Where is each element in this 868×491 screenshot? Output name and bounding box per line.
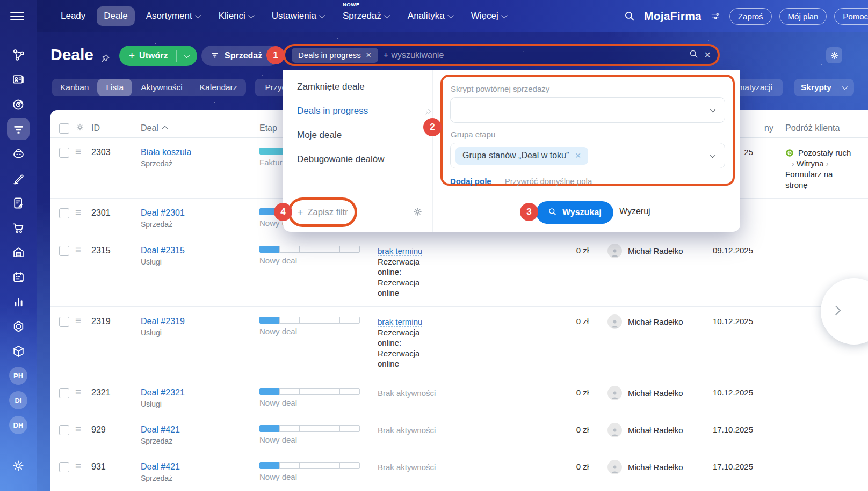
- responsible-person[interactable]: Michał Radełko: [628, 426, 683, 435]
- deal-title-link[interactable]: Deal #2301: [141, 208, 259, 218]
- tab-skrypty[interactable]: Skrypty: [794, 79, 854, 96]
- row-checkbox[interactable]: [59, 462, 69, 472]
- nav-item-deale[interactable]: Deale: [97, 6, 134, 26]
- avatar[interactable]: [607, 460, 622, 474]
- resale-script-select[interactable]: [450, 97, 725, 123]
- search-icon[interactable]: [689, 49, 699, 61]
- row-checkbox[interactable]: [59, 388, 69, 398]
- row-checkbox[interactable]: [59, 317, 69, 327]
- filter-preset-zamknięte-deale[interactable]: Zamknięte deale: [297, 82, 385, 92]
- save-filter-button[interactable]: + Zapisz filtr: [288, 197, 357, 227]
- nav-pill-mój-plan[interactable]: Mój plan: [779, 8, 827, 25]
- row-menu-icon[interactable]: ≡: [74, 146, 81, 157]
- add-field-link[interactable]: Dodaj pole: [450, 177, 491, 186]
- row-menu-icon[interactable]: ≡: [74, 315, 81, 326]
- pin-icon[interactable]: [100, 49, 111, 60]
- preset-pin-icon[interactable]: [424, 108, 432, 116]
- row-checkbox[interactable]: [59, 208, 69, 218]
- sidebar-item-calendar-icon[interactable]: [6, 265, 31, 289]
- column-settings-gear-icon[interactable]: [75, 124, 85, 134]
- tab-lista[interactable]: Lista: [97, 79, 132, 96]
- sidebar-item-contact-card-icon[interactable]: [6, 67, 31, 92]
- responsible-person[interactable]: Michał Radełko: [628, 389, 683, 398]
- stage-progress-bar[interactable]: [259, 425, 360, 432]
- stage-group-chip[interactable]: Grupa stanów „Deal w toku” ✕: [455, 147, 588, 165]
- nav-pill-zaproś[interactable]: Zaproś: [729, 8, 772, 25]
- company-name[interactable]: MojaFirma: [644, 10, 701, 23]
- view-settings-gear-button[interactable]: [826, 47, 842, 63]
- sidebar-item-bar-chart-icon[interactable]: [6, 289, 31, 314]
- search-input[interactable]: + wyszukiwanie: [384, 50, 444, 60]
- filter-chip[interactable]: Deals in progress ✕: [292, 48, 378, 63]
- hamburger-menu-icon[interactable]: [10, 12, 25, 21]
- deal-title-link[interactable]: Deal #421: [141, 425, 259, 435]
- row-menu-icon[interactable]: ≡: [74, 244, 81, 255]
- filter-search-bar[interactable]: Deals in progress ✕ + wyszukiwanie ✕: [283, 44, 720, 66]
- sidebar-settings-gear-icon[interactable]: [0, 458, 37, 473]
- chip-remove-icon[interactable]: ✕: [575, 151, 581, 160]
- activity-deadline-link[interactable]: brak terminu: [378, 317, 422, 327]
- sidebar-item-cart-icon[interactable]: [6, 215, 31, 240]
- sidebar-item-hexagon-icon[interactable]: [6, 314, 31, 339]
- stage-progress-bar[interactable]: [259, 462, 360, 469]
- sidebar-item-cube-icon[interactable]: [6, 339, 31, 363]
- sidebar-avatar-di[interactable]: DI: [9, 391, 27, 409]
- sidebar-item-warehouse-icon[interactable]: [6, 240, 31, 265]
- deal-title-link[interactable]: Deal #2315: [141, 246, 259, 255]
- deal-title-link[interactable]: Deal #2321: [141, 388, 259, 398]
- row-checkbox[interactable]: [59, 246, 69, 256]
- reset-filter-button[interactable]: Wyzeruj: [619, 207, 650, 216]
- row-menu-icon[interactable]: ≡: [74, 386, 81, 398]
- nav-item-sprzedaż[interactable]: NOWESprzedaż: [336, 6, 396, 26]
- filter-preset-debugowanie-dealów[interactable]: Debugowanie dealów: [297, 154, 385, 165]
- sidebar-item-robot-icon[interactable]: [6, 141, 31, 166]
- nav-item-więcej[interactable]: Więcej: [464, 6, 513, 26]
- restore-defaults-link[interactable]: Przywróć domyślne pola: [505, 177, 592, 186]
- avatar[interactable]: [607, 423, 622, 437]
- clear-search-icon[interactable]: ✕: [704, 50, 711, 60]
- nav-item-analityka[interactable]: Analityka: [401, 6, 460, 26]
- responsible-person[interactable]: Michał Radełko: [628, 317, 683, 326]
- create-button[interactable]: + Utwórz: [119, 46, 197, 66]
- stage-progress-bar[interactable]: [259, 317, 360, 324]
- column-header-id[interactable]: ID: [91, 115, 141, 133]
- brand-settings-icon[interactable]: [710, 11, 721, 21]
- avatar[interactable]: [607, 386, 622, 400]
- nav-item-klienci[interactable]: Klienci: [212, 6, 261, 26]
- nav-item-ustawienia[interactable]: Ustawienia: [265, 6, 331, 26]
- filter-preset-deals-in-progress[interactable]: Deals in progress: [297, 106, 385, 116]
- stage-progress-bar[interactable]: [259, 388, 360, 395]
- activity-deadline-link[interactable]: brak terminu: [378, 246, 422, 256]
- deal-title-link[interactable]: Biała koszula: [141, 148, 259, 157]
- sidebar-avatar-dh[interactable]: DH: [9, 416, 27, 434]
- row-checkbox[interactable]: [59, 148, 69, 158]
- deal-title-link[interactable]: Deal #2319: [141, 317, 259, 326]
- row-menu-icon[interactable]: ≡: [74, 207, 81, 218]
- sidebar-item-signature-icon[interactable]: [6, 166, 31, 190]
- column-header-journey[interactable]: Podróż klienta: [785, 115, 866, 133]
- tab-aktywności[interactable]: Aktywności: [132, 79, 191, 96]
- stage-progress-bar[interactable]: [259, 246, 360, 253]
- row-menu-icon[interactable]: ≡: [74, 460, 81, 472]
- create-dropdown-chevron-icon[interactable]: [177, 54, 197, 58]
- sidebar-avatar-ph[interactable]: PH: [9, 367, 27, 385]
- nav-pill-pomoc[interactable]: Pomoc: [834, 8, 868, 25]
- sidebar-item-funnel-icon[interactable]: [7, 118, 30, 140]
- filter-settings-gear-icon[interactable]: [412, 206, 423, 219]
- column-header-date-fragment[interactable]: ny: [753, 115, 785, 133]
- search-submit-button[interactable]: Wyszukaj: [536, 201, 613, 224]
- select-all-checkbox[interactable]: [59, 123, 69, 134]
- avatar[interactable]: [607, 314, 622, 329]
- sidebar-item-document-edit-icon[interactable]: [6, 190, 31, 215]
- sidebar-item-target-icon[interactable]: [6, 92, 31, 116]
- stage-group-select[interactable]: Grupa stanów „Deal w toku” ✕: [450, 143, 725, 168]
- tab-kalendarz[interactable]: Kalendarz: [191, 79, 246, 96]
- nav-item-asortyment[interactable]: Asortyment: [139, 6, 207, 26]
- nav-item-leady[interactable]: Leady: [54, 6, 92, 26]
- deal-title-link[interactable]: Deal #421: [141, 462, 259, 472]
- sidebar-item-network-icon[interactable]: [6, 42, 31, 67]
- row-checkbox[interactable]: [59, 425, 69, 435]
- filter-chip-remove-icon[interactable]: ✕: [366, 51, 372, 59]
- avatar[interactable]: [607, 244, 622, 258]
- responsible-person[interactable]: Michał Radełko: [628, 463, 683, 472]
